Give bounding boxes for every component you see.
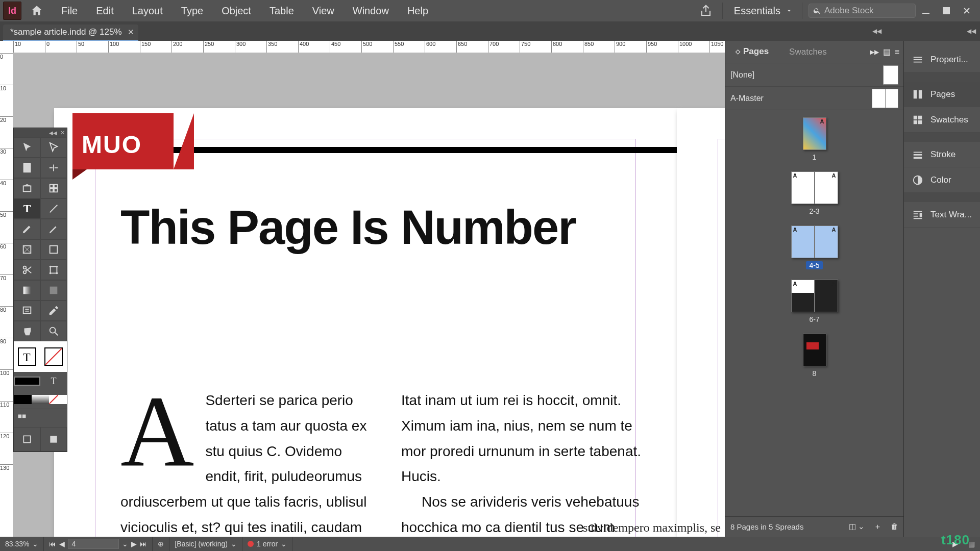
panel-expand-icon[interactable]: ▶▶: [870, 48, 879, 56]
menu-edit[interactable]: Edit: [87, 3, 122, 19]
search-icon: [813, 7, 821, 15]
body-col2-p1: Itat inam ut ium rei is hoccit, omnit. X…: [401, 388, 651, 489]
panel-pages[interactable]: Pages: [904, 82, 980, 107]
svg-rect-13: [920, 213, 922, 217]
type-tool[interactable]: T: [14, 198, 40, 219]
hand-tool[interactable]: [14, 321, 40, 341]
menu-view[interactable]: View: [303, 3, 344, 19]
pages-panel-tab-swatches[interactable]: Swatches: [779, 41, 837, 63]
headline-text[interactable]: This Page Is Number: [120, 200, 576, 255]
spread-6-7[interactable]: AA 6-7: [725, 280, 903, 323]
first-page-icon[interactable]: ⏮: [49, 540, 56, 548]
page-tool[interactable]: [14, 158, 40, 178]
document-canvas[interactable]: 1005010015020025030035040045050055060065…: [13, 41, 725, 537]
gap-tool[interactable]: [40, 158, 67, 178]
preflight-preset[interactable]: [Basic] (working) ⌄: [169, 537, 242, 551]
panel-stroke[interactable]: Stroke: [904, 142, 980, 167]
spread-1[interactable]: A 1: [725, 117, 903, 161]
pages-panel-tab-pages[interactable]: ◇ Pages: [725, 41, 779, 63]
content-collector-tool[interactable]: [14, 178, 40, 198]
menu-layout[interactable]: Layout: [123, 3, 172, 19]
line-tool[interactable]: [40, 198, 67, 219]
last-page-icon[interactable]: ⏭: [140, 540, 147, 548]
prev-page-icon[interactable]: ◀: [59, 540, 65, 548]
spread-list[interactable]: A 1 AA 2-3 AA 4-5: [725, 110, 903, 516]
menu-table[interactable]: Table: [260, 3, 303, 19]
menu-object[interactable]: Object: [212, 3, 260, 19]
delete-page-icon[interactable]: 🗑: [891, 522, 898, 532]
close-icon[interactable]: ✕: [128, 28, 134, 37]
body-column-2[interactable]: Itat inam ut ium rei is hoccit, omnit. X…: [401, 388, 651, 537]
menu-file[interactable]: File: [52, 3, 87, 19]
workspace-switcher[interactable]: Essentials: [722, 3, 802, 19]
master-none-row[interactable]: [None]: [725, 63, 903, 87]
master-a-row[interactable]: A-Master: [725, 87, 903, 110]
view-options-icon[interactable]: [17, 413, 27, 423]
chevron-down-icon[interactable]: ⌄: [122, 540, 128, 548]
page-left[interactable]: MUO This Page Is Number A Sderteri se pa…: [54, 108, 677, 537]
free-transform-tool[interactable]: [40, 260, 67, 280]
body-column-1[interactable]: A Sderteri se parica perio tatus a tam a…: [120, 388, 371, 537]
eyedropper-tool[interactable]: [40, 300, 67, 321]
panel-textwrap[interactable]: Text Wra...: [904, 202, 980, 228]
formatting-container-icon[interactable]: [14, 372, 40, 390]
zoom-level[interactable]: 83.33% ⌄: [0, 537, 44, 551]
apply-color-icon[interactable]: [14, 390, 32, 409]
panel-layout-icon[interactable]: ▤: [883, 47, 891, 57]
tools-close-icon[interactable]: ✕: [60, 130, 65, 136]
formatting-text-icon[interactable]: T: [40, 372, 67, 390]
menu-help[interactable]: Help: [398, 3, 437, 19]
panel-swatches[interactable]: Swatches: [904, 107, 980, 133]
new-page-icon[interactable]: ＋: [874, 522, 881, 532]
menu-window[interactable]: Window: [344, 3, 398, 19]
menu-type[interactable]: Type: [172, 3, 212, 19]
preflight-errors[interactable]: 1 error ⌄: [242, 537, 292, 551]
page-number-field[interactable]: 4: [68, 539, 119, 549]
panel-color[interactable]: Color: [904, 167, 980, 193]
rectangle-frame-tool[interactable]: [14, 239, 40, 260]
spread-2-3[interactable]: AA 2-3: [725, 171, 903, 215]
scissors-tool[interactable]: [14, 260, 40, 280]
page-right[interactable]: [677, 108, 725, 537]
zoom-tool[interactable]: [40, 321, 67, 341]
pencil-tool[interactable]: [40, 219, 67, 239]
home-icon[interactable]: [27, 3, 47, 19]
share-icon[interactable]: [696, 3, 716, 19]
vertical-ruler: 0102030405060708090100110120130: [0, 41, 13, 537]
fill-stroke-proxy[interactable]: T: [14, 341, 67, 372]
gradient-swatch-tool[interactable]: [14, 280, 40, 300]
spread-8[interactable]: 8: [725, 334, 903, 378]
window-minimize-icon[interactable]: [916, 7, 936, 14]
preview-view-icon[interactable]: [40, 427, 67, 452]
indesign-app-icon: Id: [3, 2, 21, 20]
panel-expand-left-icon[interactable]: ◀◀: [872, 28, 881, 35]
rectangle-tool[interactable]: [40, 239, 67, 260]
direct-selection-tool[interactable]: [40, 137, 67, 158]
tools-collapse-icon[interactable]: ◀◀: [49, 130, 57, 136]
spread-4-5[interactable]: AA 4-5: [725, 226, 903, 269]
next-page-icon[interactable]: ▶: [131, 540, 137, 548]
gradient-feather-tool[interactable]: [40, 280, 67, 300]
selection-tool[interactable]: [14, 137, 40, 158]
panel-menu-icon[interactable]: ≡: [895, 47, 899, 57]
adobe-stock-search[interactable]: Adobe Stock: [808, 4, 916, 18]
panel-expand-right-icon[interactable]: ◀◀: [967, 28, 976, 35]
panel-properties[interactable]: Properti...: [904, 47, 980, 72]
apply-gradient-icon[interactable]: [32, 390, 50, 409]
window-maximize-icon[interactable]: [936, 7, 957, 14]
svg-rect-33: [18, 414, 22, 418]
content-placer-tool[interactable]: [40, 178, 67, 198]
page-size-icon[interactable]: ◫ ⌄: [849, 522, 865, 532]
window-close-icon[interactable]: [957, 7, 977, 14]
stroke-icon: [912, 149, 923, 160]
apply-none-icon[interactable]: [49, 390, 67, 409]
open-dialog-icon[interactable]: ⊕: [153, 537, 169, 551]
note-tool[interactable]: [14, 300, 40, 321]
chevron-icon: ◇: [736, 48, 740, 55]
pen-tool[interactable]: [14, 219, 40, 239]
normal-view-icon[interactable]: [14, 427, 40, 452]
svg-rect-30: [50, 287, 58, 294]
page-nav[interactable]: ⏮ ◀ 4 ⌄ ▶ ⏭: [44, 537, 153, 551]
document-tab[interactable]: *sample article.indd @ 125% ✕: [3, 24, 138, 41]
stock-placeholder: Adobe Stock: [824, 6, 873, 16]
